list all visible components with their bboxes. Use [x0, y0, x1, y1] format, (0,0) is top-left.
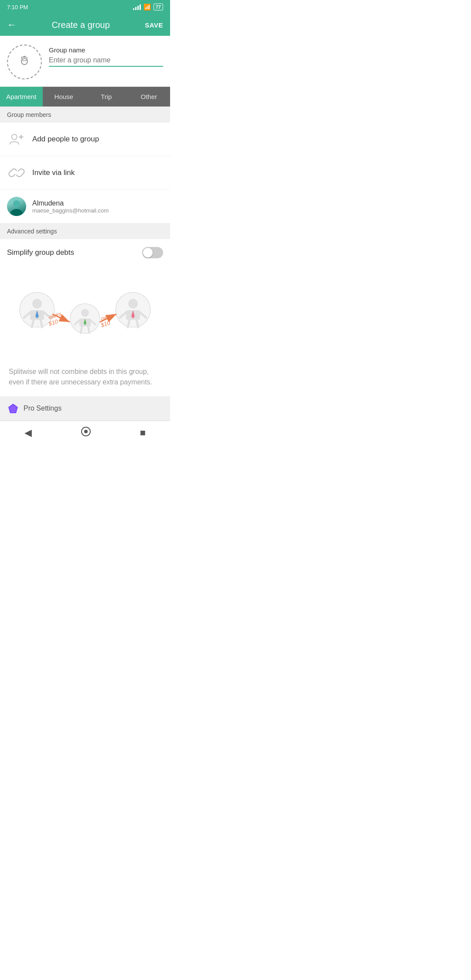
status-time: 7:10 PM: [7, 4, 28, 10]
avatar: [7, 197, 26, 216]
member-info: Almudena maese_baggins@hotmail.com: [32, 199, 109, 214]
camera-icon: +: [17, 53, 32, 72]
svg-point-11: [32, 299, 42, 308]
member-item-almudena[interactable]: Almudena maese_baggins@hotmail.com: [0, 190, 170, 223]
group-members-header: Group members: [0, 107, 170, 123]
svg-point-8: [13, 200, 20, 207]
page-title: Create a group: [51, 20, 109, 30]
battery-icon: 77: [154, 3, 163, 10]
pro-settings-label: Pro Settings: [24, 404, 61, 412]
group-name-input[interactable]: [49, 56, 163, 67]
save-button[interactable]: SAVE: [145, 21, 163, 29]
invite-link-label: Invite via link: [32, 168, 75, 177]
link-icon: [7, 163, 26, 182]
nav-back-button[interactable]: ◀: [24, 427, 32, 439]
debt-description: Splitwise will not combine debts in this…: [0, 362, 170, 396]
add-people-item[interactable]: Add people to group: [0, 123, 170, 156]
wifi-icon: 📶: [143, 3, 151, 10]
pro-diamond-icon: [7, 402, 19, 415]
svg-point-27: [128, 299, 138, 308]
tab-trip[interactable]: Trip: [85, 87, 128, 106]
signal-bars-icon: [133, 4, 141, 10]
nav-bar: ◀ ■: [0, 421, 170, 445]
group-header: + Group name: [0, 36, 170, 86]
member-email: maese_baggins@hotmail.com: [32, 207, 109, 214]
group-name-label: Group name: [49, 46, 163, 54]
tab-other[interactable]: Other: [128, 87, 171, 106]
svg-text:+: +: [20, 55, 23, 60]
debt-illustration: owes $10 owes $10: [0, 266, 170, 362]
add-people-icon: [7, 130, 26, 149]
simplify-debts-label: Simplify group debts: [7, 248, 74, 257]
back-button[interactable]: ←: [7, 19, 17, 31]
invite-link-item[interactable]: Invite via link: [0, 156, 170, 190]
svg-point-9: [10, 209, 23, 216]
status-icons: 📶 77: [133, 3, 163, 10]
status-bar: 7:10 PM 📶 77: [0, 0, 170, 14]
svg-point-19: [81, 309, 89, 317]
toggle-knob: [143, 248, 153, 257]
add-people-label: Add people to group: [32, 135, 99, 144]
photo-picker[interactable]: +: [7, 45, 42, 79]
category-tabs: Apartment House Trip Other: [0, 86, 170, 107]
svg-point-5: [12, 134, 17, 140]
tab-house[interactable]: House: [43, 87, 85, 106]
nav-recents-button[interactable]: ■: [140, 427, 146, 439]
svg-point-26: [116, 292, 150, 327]
svg-point-45: [84, 430, 88, 433]
group-name-section: Group name: [49, 45, 163, 67]
top-bar: ← Create a group SAVE: [0, 14, 170, 36]
nav-home-button[interactable]: [81, 426, 91, 439]
tab-apartment[interactable]: Apartment: [0, 87, 43, 106]
simplify-debts-item: Simplify group debts: [0, 239, 170, 266]
pro-settings-item[interactable]: Pro Settings: [0, 396, 170, 421]
advanced-settings-header: Advanced settings: [0, 223, 170, 239]
simplify-debts-toggle[interactable]: [142, 247, 163, 258]
member-name: Almudena: [32, 199, 109, 207]
